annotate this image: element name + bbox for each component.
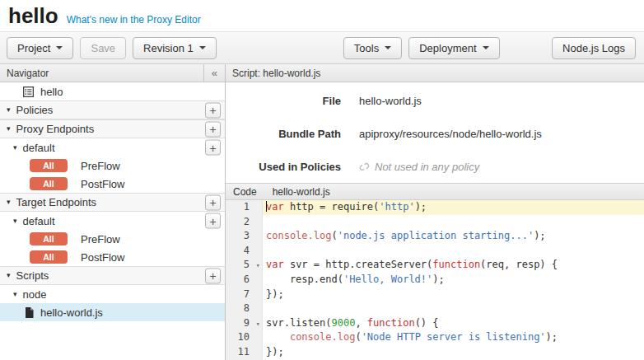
tree-expand-caret-icon[interactable]: ▾	[7, 199, 11, 206]
sidebar-section-scripts-label: Scripts	[16, 269, 49, 282]
line-number: 2	[226, 215, 262, 230]
deployment-button-label: Deployment	[419, 42, 476, 54]
code-line-10[interactable]: console.log('Node HTTP server is listeni…	[263, 330, 644, 345]
sidebar-section-scripts[interactable]: ▾Scripts+	[0, 266, 225, 285]
revision-button-label: Revision 1	[143, 42, 194, 54]
sidebar-item-target-postflow-label: PostFlow	[81, 251, 124, 264]
add-target-endpoint-flow-button[interactable]: +	[205, 213, 221, 229]
tools-button[interactable]: Tools	[343, 37, 402, 59]
line-number: 1	[226, 200, 262, 215]
deployment-button[interactable]: Deployment	[408, 37, 499, 59]
code-line-7[interactable]: });	[263, 288, 644, 302]
tree-expand-caret-icon[interactable]: ▾	[13, 217, 17, 225]
sidebar-item-target-endpoint-default[interactable]: ▾default+	[0, 212, 225, 230]
bundle-path-label: Bundle Path	[226, 128, 341, 140]
flow-condition-badge: All	[30, 159, 68, 173]
code-line-5[interactable]: var svr = http.createServer(function(req…	[263, 258, 644, 273]
add-policy-button[interactable]: +	[205, 102, 221, 118]
detail-row-used-in-policies: Used in Policies Not used in any policy	[226, 150, 644, 183]
code-editor[interactable]: 12345▾6789▾1011 var http = require('http…	[226, 200, 644, 360]
sidebar-section-proxy-endpoints[interactable]: ▾Proxy Endpoints+	[0, 119, 225, 138]
code-line-1[interactable]: var http = require('http');	[263, 200, 644, 215]
tools-button-label: Tools	[354, 42, 379, 54]
detail-row-file: File hello-world.js	[226, 84, 644, 117]
file-value: hello-world.js	[359, 95, 422, 107]
save-button-label: Save	[91, 42, 115, 54]
sidebar-item-proxy-preflow[interactable]: AllPreFlow	[0, 157, 225, 175]
tree-expand-caret-icon[interactable]: ▾	[7, 125, 11, 133]
sidebar-item-proxy-endpoint-default[interactable]: ▾default+	[0, 138, 225, 157]
title-bar: hello What's new in the Proxy Editor	[0, 0, 644, 31]
line-number: 3	[226, 229, 262, 244]
collapse-navigator-button[interactable]: «	[203, 64, 225, 82]
code-line-4[interactable]	[263, 244, 644, 259]
sidebar-item-target-endpoint-default-label: default	[23, 215, 55, 227]
tree-expand-caret-icon[interactable]: ▾	[7, 106, 11, 114]
main-split: Navigator « hello▾Policies+▾Proxy Endpoi…	[0, 64, 644, 360]
code-fold-icon[interactable]: ▾	[256, 259, 260, 274]
code-pane-header: Code hello-world.js	[226, 183, 644, 200]
line-number: 9▾	[226, 316, 262, 331]
navigator-header: Navigator «	[0, 64, 225, 82]
sidebar-item-target-postflow[interactable]: AllPostFlow	[0, 248, 225, 266]
sidebar-section-target-endpoints-label: Target Endpoints	[16, 196, 97, 208]
flow-condition-badge: All	[30, 232, 68, 246]
revision-button[interactable]: Revision 1	[133, 37, 217, 59]
sidebar-item-proxy-overview-label: hello	[40, 86, 63, 98]
whats-new-link[interactable]: What's new in the Proxy Editor	[67, 14, 201, 26]
used-in-policies-text: Not used in any policy	[375, 161, 479, 173]
sidebar-item-proxy-postflow[interactable]: AllPostFlow	[0, 175, 225, 193]
chevron-down-icon	[199, 46, 206, 49]
add-script-button[interactable]: +	[205, 268, 221, 283]
page-title: hello	[8, 5, 58, 26]
navigator-title: Navigator	[7, 68, 49, 79]
line-number-gutter: 12345▾6789▾1011	[226, 200, 263, 360]
sidebar-section-policies[interactable]: ▾Policies+	[0, 101, 225, 119]
code-line-3[interactable]: console.log('node.js application startin…	[263, 229, 644, 244]
script-detail-panel: Script: hello-world.js File hello-world.…	[226, 64, 644, 360]
code-text-area[interactable]: var http = require('http');console.log('…	[263, 200, 644, 360]
tree-expand-caret-icon[interactable]: ▾	[13, 291, 17, 298]
code-line-8[interactable]	[263, 302, 644, 316]
sidebar-item-proxy-overview[interactable]: hello	[0, 82, 225, 101]
sidebar-section-proxy-endpoints-label: Proxy Endpoints	[16, 123, 95, 135]
navigator-panel: Navigator « hello▾Policies+▾Proxy Endpoi…	[0, 64, 226, 360]
script-panel-title: Script: hello-world.js	[232, 68, 320, 79]
code-fold-icon[interactable]: ▾	[256, 317, 260, 332]
flow-condition-badge: All	[30, 250, 68, 264]
project-button[interactable]: Project	[7, 37, 73, 59]
save-button[interactable]: Save	[80, 37, 126, 59]
code-tab-label: Code	[233, 186, 257, 198]
sidebar-item-proxy-endpoint-default-label: default	[23, 142, 55, 154]
add-target-endpoint-button[interactable]: +	[205, 194, 221, 210]
sidebar-item-scripts-node[interactable]: ▾node	[0, 285, 225, 303]
project-button-label: Project	[17, 42, 50, 54]
nodejs-logs-button-label: Node.js Logs	[562, 42, 625, 54]
nodejs-logs-button[interactable]: Node.js Logs	[552, 37, 636, 59]
code-file-name: hello-world.js	[273, 186, 330, 198]
script-details: File hello-world.js Bundle Path apiproxy…	[226, 82, 644, 183]
line-number: 10	[226, 330, 262, 345]
line-number: 6	[226, 273, 262, 288]
used-in-policies-label: Used in Policies	[226, 161, 341, 173]
tree-expand-caret-icon[interactable]: ▾	[7, 272, 11, 279]
sidebar-item-hello-world-js[interactable]: hello-world.js	[0, 303, 225, 321]
sidebar-section-policies-label: Policies	[16, 104, 54, 116]
code-line-6[interactable]: resp.end('Hello, World!');	[263, 273, 644, 288]
sidebar-section-target-endpoints[interactable]: ▾Target Endpoints+	[0, 193, 225, 212]
code-line-9[interactable]: svr.listen(9000, function() {	[263, 316, 644, 331]
line-number: 8	[226, 302, 262, 316]
file-label: File	[226, 95, 341, 107]
proxy-overview-icon	[23, 86, 34, 97]
sidebar-item-scripts-node-label: node	[23, 288, 47, 301]
code-line-11[interactable]: });	[263, 345, 644, 360]
add-proxy-endpoint-flow-button[interactable]: +	[205, 140, 221, 156]
code-line-2[interactable]	[263, 215, 644, 230]
detail-row-bundle-path: Bundle Path apiproxy/resources/node/hell…	[226, 117, 644, 150]
line-number: 5▾	[226, 258, 262, 273]
add-proxy-endpoint-button[interactable]: +	[205, 121, 221, 137]
line-number: 4	[226, 244, 262, 259]
script-panel-header: Script: hello-world.js	[226, 64, 644, 82]
tree-expand-caret-icon[interactable]: ▾	[13, 144, 17, 152]
sidebar-item-target-preflow[interactable]: AllPreFlow	[0, 230, 225, 248]
